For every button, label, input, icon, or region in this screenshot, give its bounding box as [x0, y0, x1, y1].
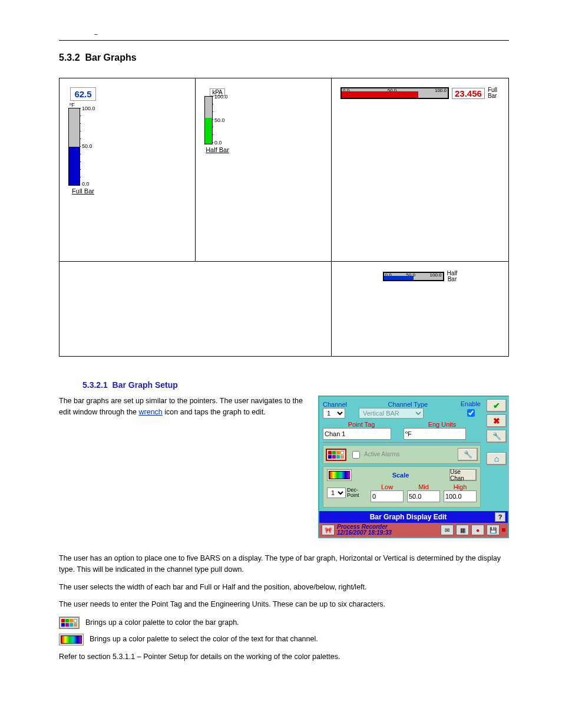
wrench-icon: [492, 432, 501, 440]
wrench-icon: [464, 450, 472, 459]
hbar-full-track: 0.0 50.0 100.0: [340, 87, 449, 99]
vbar-half-fill: [205, 118, 212, 144]
hbar-full-fill: [342, 91, 418, 98]
palette-ref-post: Pointer Setup for details on the working…: [141, 653, 340, 661]
hbar-half-track: 0.0 50.0 100.0: [383, 272, 444, 281]
vbar-half-caption: Half Bar: [204, 146, 230, 153]
wrench-link[interactable]: wrench: [139, 408, 163, 416]
hbar-half-caption-l2: Bar: [447, 276, 458, 282]
status-bar: 🎀 Process Recorder 12/16/2007 18:19:33 ✉…: [319, 523, 508, 537]
status-icon-grid[interactable]: ▦: [456, 525, 469, 535]
status-icon-mail[interactable]: ✉: [441, 525, 454, 535]
vbar-full-track: [68, 108, 80, 186]
ok-button[interactable]: [487, 399, 507, 412]
channel-select[interactable]: 1: [323, 408, 345, 419]
home-icon: [494, 454, 499, 463]
vbar-half-ticks: 100.0 50.0 0.0: [213, 96, 230, 143]
vertical-half-bar-widget: kPA 100.0 50.0 0.0 Half Bar: [204, 87, 230, 153]
status-icon-alarm[interactable]: ●: [471, 525, 484, 535]
point-tag-label: Point Tag: [323, 421, 400, 428]
text-color-palette-button[interactable]: [327, 469, 352, 481]
use-chan-button[interactable]: Use Chan: [449, 469, 477, 481]
x-icon: [493, 416, 500, 426]
vbar-full-ticks: 100.0 50.0 0.0: [80, 108, 98, 185]
hbar-half-caption: Half Bar: [447, 271, 458, 282]
vbar-full-fill: [69, 147, 80, 185]
tick-0: 0.0: [82, 181, 90, 187]
vbar-full-value: 62.5: [70, 87, 95, 101]
paragraph-2: The user selects the width of each bar a…: [59, 582, 509, 593]
horizontal-half-bar-widget: 0.0 50.0 100.0 Half Bar: [340, 271, 500, 282]
scale-mid-label: Mid: [407, 483, 440, 490]
check-icon: [493, 401, 500, 410]
paragraph-3: The user needs to enter the Point Tag an…: [59, 599, 509, 610]
hbar-full-caption: Full Bar: [488, 87, 497, 99]
home-button[interactable]: [487, 452, 507, 465]
enable-checkbox[interactable]: [467, 409, 475, 417]
icon-2-description: Brings up a color palette to select the …: [90, 634, 318, 645]
text-color-palette-icon: [59, 634, 84, 645]
section-number: 5.3.2: [59, 52, 80, 62]
vbar-half-track: [204, 96, 213, 144]
bar-graph-edit-dialog: Channel 1 Channel Type Vertical BAR: [318, 396, 509, 538]
tick-100: 100.0: [82, 106, 95, 111]
scale-high-input[interactable]: [444, 490, 477, 502]
hbar-full-value: 23.456: [452, 88, 485, 99]
vertical-full-bar-widget: 62.5 ºF 100.0 50.0 0.0 Full Bar: [68, 87, 98, 195]
bar-color-palette-button[interactable]: [326, 449, 346, 461]
subsection-title: Bar Graph Setup: [113, 380, 178, 390]
horizontal-full-bar-widget: 0.0 50.0 100.0 23.456 Full Bar: [340, 87, 500, 99]
icon-1-description: Brings up a color palette to color the b…: [85, 617, 239, 628]
active-alarms-checkbox[interactable]: [352, 451, 360, 459]
section-title: Bar Graphs: [85, 52, 136, 62]
channel-type-label: Channel Type: [359, 401, 457, 408]
tool-button[interactable]: [487, 430, 507, 443]
channel-label: Channel: [323, 401, 355, 408]
cancel-button[interactable]: [487, 414, 507, 427]
scale-low-label: Low: [371, 483, 404, 490]
palette-ref-pre: Refer to section 5.3.1.1: [59, 653, 137, 661]
alarm-config-button[interactable]: [458, 448, 478, 461]
scale-low-input[interactable]: [371, 490, 404, 502]
tick-100: 100.0: [435, 88, 447, 93]
tick-100: 100.0: [430, 272, 442, 278]
point-tag-input[interactable]: [323, 428, 391, 440]
dialog-title-bar: Bar Graph Display Edit ?: [319, 511, 508, 523]
hbar-half-fill: [384, 276, 414, 280]
palette-ref-dash: –: [137, 653, 141, 661]
subsection-number: 5.3.2.1: [82, 380, 108, 390]
enable-label: Enable: [461, 400, 481, 407]
dec-point-label: Dec-Point: [347, 487, 367, 498]
bar-examples-table: 62.5 ºF 100.0 50.0 0.0 Full Bar: [59, 78, 509, 357]
dialog-button-column: [484, 397, 509, 511]
scale-mid-input[interactable]: [407, 490, 440, 502]
status-icon-save[interactable]: 💾: [487, 525, 500, 535]
section-heading: 5.3.2 Bar Graphs: [59, 52, 509, 63]
palette-reference: Refer to section 5.3.1.1 – Pointer Setup…: [59, 651, 509, 663]
eng-units-label: Eng Units: [404, 421, 481, 428]
eng-units-input[interactable]: [404, 428, 466, 440]
tick-0: 0.0: [214, 140, 222, 146]
setup-intro-after: icon and taps the graph to edit.: [164, 408, 266, 416]
status-time: 12/16/2007 18:19:33: [337, 530, 392, 536]
hbar-full-caption-l2: Bar: [488, 93, 497, 99]
channel-type-select[interactable]: Vertical BAR: [359, 408, 424, 419]
vbar-full-caption: Full Bar: [68, 187, 98, 195]
bar-color-palette-icon: [59, 617, 80, 629]
status-icon-1[interactable]: 🎀: [322, 525, 335, 535]
tick-100: 100.0: [214, 94, 228, 100]
status-dot-icon: [502, 528, 505, 532]
dec-point-select[interactable]: 1: [327, 487, 346, 498]
subsection-heading: 5.3.2.1 Bar Graph Setup: [82, 380, 509, 390]
paragraph-1: The user has an option to place one to f…: [59, 553, 509, 576]
status-text: Process Recorder 12/16/2007 18:19:33: [337, 524, 392, 536]
setup-intro-text: The bar graphs are set up similar to the…: [59, 396, 306, 418]
scale-label: Scale: [355, 472, 446, 479]
active-alarms-label: Active Alarms: [364, 452, 400, 457]
help-button[interactable]: ?: [495, 512, 505, 522]
header-dash: –: [94, 31, 98, 37]
tick-50: 50.0: [82, 143, 92, 149]
scale-high-label: High: [444, 483, 477, 490]
tick-50: 50.0: [214, 117, 225, 123]
dialog-title: Bar Graph Display Edit: [322, 513, 495, 521]
